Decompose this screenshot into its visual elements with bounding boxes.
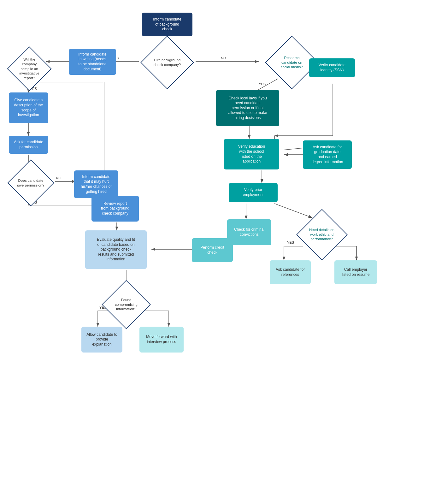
flowchart: NO YES YES NO NO YES YES xyxy=(0,0,424,504)
node-perform-credit: Perform credit check xyxy=(192,238,233,262)
node-evaluate-quality: Evaluate quality and fit of candidate ba… xyxy=(85,230,147,269)
svg-text:NO: NO xyxy=(56,176,62,180)
node-review-report: Review report from background check comp… xyxy=(91,196,139,222)
node-inform-candidate: Inform candidate of background check xyxy=(142,13,192,36)
node-ask-references: Ask candidate for references xyxy=(270,260,311,284)
node-will-compile: Will the company compile an investigativ… xyxy=(9,48,50,89)
node-ask-permission: Ask for candidate permission xyxy=(9,136,48,154)
node-give-description: Give candidate a description of the scop… xyxy=(9,92,48,123)
node-ask-graduation: Ask candidate for graduation date and ea… xyxy=(303,140,352,169)
node-check-criminal: Check for criminal convictions xyxy=(227,219,271,245)
node-allow-candidate: Allow candidate to provide explanation xyxy=(81,327,122,353)
node-verify-employment: Verify prior employment xyxy=(229,183,278,202)
node-verify-identity: Verify candidate identity (SSN) xyxy=(309,58,355,77)
node-does-candidate-give: Does candidate give permission? xyxy=(6,165,55,201)
node-verify-education: Verify education with the school listed … xyxy=(224,139,279,169)
node-call-employer: Call employer listed on resume xyxy=(334,260,377,284)
node-inform-writing: Inform candidate in writing (needs to be… xyxy=(69,49,116,75)
node-move-forward: Move forward with interview process xyxy=(139,327,184,353)
node-hire-bg-company: Hire background check company? xyxy=(132,48,202,77)
svg-text:YES: YES xyxy=(259,82,266,86)
node-check-local-laws: Check local laws if you need candidate p… xyxy=(216,90,279,126)
node-found-compromising: Found compromising information? xyxy=(101,284,151,325)
node-inform-hurt: Inform candidate that it may hurt his/he… xyxy=(74,170,118,198)
svg-text:NO: NO xyxy=(221,56,226,60)
node-need-details: Need details on work ethic and performan… xyxy=(290,214,353,255)
